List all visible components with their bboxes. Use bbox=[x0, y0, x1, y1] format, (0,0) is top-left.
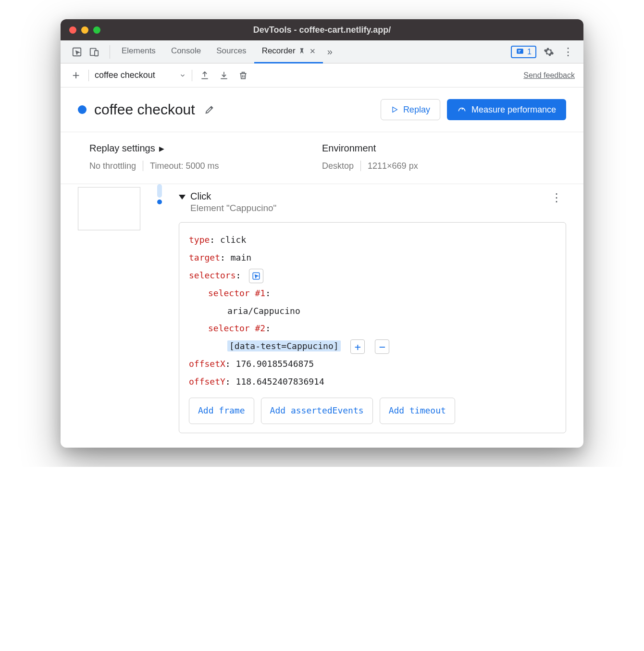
step-properties: type: click target: main selectors: sele… bbox=[179, 222, 566, 433]
add-frame-button[interactable]: Add frame bbox=[189, 398, 254, 424]
prop-key: selectors bbox=[189, 270, 236, 280]
more-tabs-icon[interactable]: » bbox=[323, 45, 336, 59]
timeline bbox=[150, 184, 169, 433]
chevron-down-icon bbox=[179, 72, 186, 79]
issues-badge[interactable]: 1 bbox=[511, 46, 536, 58]
divider bbox=[143, 161, 143, 171]
chevron-right-icon: ▶ bbox=[159, 145, 164, 152]
tab-console[interactable]: Console bbox=[163, 40, 209, 63]
delete-icon[interactable] bbox=[236, 69, 250, 82]
add-asserted-events-button[interactable]: Add assertedEvents bbox=[261, 398, 373, 424]
kebab-menu-icon[interactable]: ⋮ bbox=[561, 45, 575, 59]
svg-rect-2 bbox=[95, 50, 98, 56]
step-subtitle: Element "Cappucino" bbox=[190, 203, 276, 213]
prop-key: selector #2 bbox=[208, 323, 265, 333]
measure-label: Measure performance bbox=[471, 105, 556, 115]
remove-selector-button[interactable]: − bbox=[375, 339, 389, 354]
divider bbox=[88, 70, 89, 81]
timeline-dot-icon bbox=[157, 200, 162, 204]
step-thumbnail[interactable] bbox=[78, 187, 140, 230]
device-toggle-icon[interactable] bbox=[87, 45, 101, 59]
replay-button[interactable]: Replay bbox=[381, 99, 440, 120]
environment-label: Environment bbox=[322, 143, 555, 154]
env-device: Desktop bbox=[322, 161, 354, 171]
divider bbox=[192, 70, 192, 81]
settings-icon[interactable] bbox=[542, 45, 556, 59]
tabbar: Elements Console Sources Recorder × » 1 … bbox=[61, 40, 583, 63]
tab-label: Recorder bbox=[262, 46, 296, 56]
measure-performance-button[interactable]: Measure performance bbox=[447, 99, 566, 120]
add-recording-icon[interactable]: + bbox=[69, 69, 83, 82]
divider bbox=[360, 161, 361, 171]
step-title: Click bbox=[190, 191, 276, 202]
minimize-window-button[interactable] bbox=[81, 26, 88, 34]
gauge-icon bbox=[457, 105, 467, 114]
traffic-lights bbox=[69, 26, 100, 34]
prop-value[interactable]: 176.90185546875 bbox=[236, 359, 314, 369]
tab-close-icon[interactable]: × bbox=[310, 46, 316, 57]
pick-selector-icon[interactable] bbox=[249, 269, 263, 283]
add-timeout-button[interactable]: Add timeout bbox=[380, 398, 455, 424]
env-dimensions: 1211×669 px bbox=[368, 161, 418, 171]
tab-sources[interactable]: Sources bbox=[209, 40, 254, 63]
prop-key: type bbox=[189, 235, 210, 245]
recording-dropdown[interactable]: coffee checkout bbox=[95, 70, 186, 80]
replay-settings-toggle[interactable]: Replay settings ▶ bbox=[89, 143, 322, 154]
send-feedback-link[interactable]: Send feedback bbox=[523, 71, 575, 79]
prop-key: offsetX bbox=[189, 359, 225, 369]
recording-header: coffee checkout Replay Measure performan… bbox=[61, 88, 583, 132]
titlebar: DevTools - coffee-cart.netlify.app/ bbox=[61, 19, 583, 40]
step-kebab-menu-icon[interactable]: ⋮ bbox=[551, 191, 566, 204]
devtools-window: DevTools - coffee-cart.netlify.app/ Elem… bbox=[61, 19, 583, 448]
divider bbox=[110, 45, 110, 59]
window-title: DevTools - coffee-cart.netlify.app/ bbox=[61, 25, 583, 35]
svg-rect-3 bbox=[517, 49, 523, 54]
edit-title-icon[interactable] bbox=[203, 103, 216, 116]
selector-value-active[interactable]: [data-test=Cappucino] bbox=[227, 340, 341, 351]
inspect-icon[interactable] bbox=[70, 45, 84, 59]
record-indicator-icon bbox=[78, 105, 87, 114]
prop-key: selector #1 bbox=[208, 288, 265, 298]
throttling-value: No throttling bbox=[89, 161, 136, 171]
selector-value[interactable]: aria/Cappucino bbox=[227, 306, 300, 316]
export-icon[interactable] bbox=[198, 69, 211, 82]
settings-row: Replay settings ▶ No throttling Timeout:… bbox=[61, 132, 583, 184]
prop-value[interactable]: main bbox=[231, 252, 251, 263]
replay-settings-label: Replay settings bbox=[89, 143, 155, 154]
maximize-window-button[interactable] bbox=[93, 26, 100, 34]
timeout-value: Timeout: 5000 ms bbox=[150, 161, 219, 171]
prop-key: target bbox=[189, 252, 220, 263]
tab-recorder[interactable]: Recorder × bbox=[254, 40, 323, 63]
replay-label: Replay bbox=[403, 105, 430, 115]
timeline-marker-icon bbox=[157, 184, 162, 198]
expand-step-icon[interactable] bbox=[179, 195, 186, 200]
step-area: Click Element "Cappucino" ⋮ type: click … bbox=[61, 184, 583, 448]
pin-icon bbox=[298, 48, 305, 54]
play-icon bbox=[391, 106, 398, 113]
recording-title: coffee checkout bbox=[94, 101, 195, 118]
recorder-toolbar: + coffee checkout Send feedback bbox=[61, 63, 583, 88]
prop-key: offsetY bbox=[189, 376, 225, 387]
close-window-button[interactable] bbox=[69, 26, 76, 34]
prop-value[interactable]: 118.6452407836914 bbox=[236, 376, 324, 387]
prop-value[interactable]: click bbox=[220, 235, 246, 245]
tab-elements[interactable]: Elements bbox=[114, 40, 163, 63]
issues-count: 1 bbox=[527, 48, 532, 56]
recording-name: coffee checkout bbox=[95, 70, 155, 80]
add-selector-button[interactable]: + bbox=[350, 339, 365, 354]
import-icon[interactable] bbox=[217, 69, 231, 82]
